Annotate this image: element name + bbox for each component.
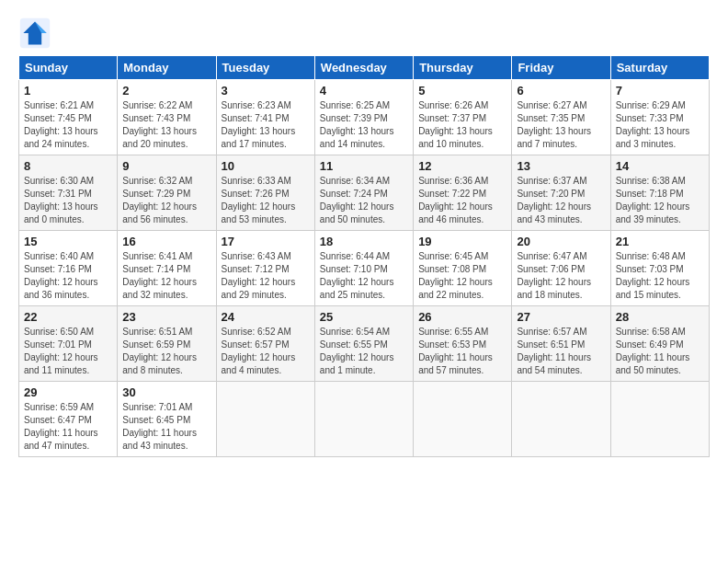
calendar-cell (216, 382, 314, 457)
day-number: 21 (616, 235, 704, 248)
calendar-cell: 3Sunrise: 6:23 AMSunset: 7:41 PMDaylight… (216, 80, 314, 155)
calendar-cell: 26Sunrise: 6:55 AMSunset: 6:53 PMDayligh… (414, 306, 512, 382)
cell-info: Sunrise: 6:55 AMSunset: 6:53 PMDaylight:… (418, 326, 506, 377)
day-number: 6 (517, 84, 605, 98)
cell-info: Sunrise: 6:38 AMSunset: 7:18 PMDaylight:… (616, 175, 704, 226)
calendar-cell: 22Sunrise: 6:50 AMSunset: 7:01 PMDayligh… (19, 306, 118, 382)
cell-info: Sunrise: 6:32 AMSunset: 7:29 PMDaylight:… (122, 175, 210, 226)
calendar-cell: 16Sunrise: 6:41 AMSunset: 7:14 PMDayligh… (118, 231, 216, 306)
weekday-wednesday: Wednesday (314, 56, 413, 80)
logo-icon (18, 17, 51, 50)
cell-info: Sunrise: 6:59 AMSunset: 6:47 PMDaylight:… (24, 401, 112, 453)
calendar-cell (512, 382, 610, 457)
day-number: 17 (222, 235, 310, 248)
header (18, 17, 710, 50)
calendar-cell: 23Sunrise: 6:51 AMSunset: 6:59 PMDayligh… (118, 306, 216, 382)
calendar: SundayMondayTuesdayWednesdayThursdayFrid… (18, 55, 710, 457)
day-number: 19 (418, 235, 506, 248)
cell-info: Sunrise: 6:21 AMSunset: 7:45 PMDaylight:… (24, 99, 112, 151)
calendar-cell: 5Sunrise: 6:26 AMSunset: 7:37 PMDaylight… (414, 80, 512, 155)
day-number: 22 (24, 310, 112, 324)
cell-info: Sunrise: 6:43 AMSunset: 7:12 PMDaylight:… (222, 250, 310, 302)
day-number: 26 (418, 310, 506, 324)
cell-info: Sunrise: 6:48 AMSunset: 7:03 PMDaylight:… (616, 250, 704, 302)
cell-info: Sunrise: 6:54 AMSunset: 6:55 PMDaylight:… (320, 326, 408, 377)
calendar-cell: 15Sunrise: 6:40 AMSunset: 7:16 PMDayligh… (19, 231, 118, 306)
calendar-cell: 9Sunrise: 6:32 AMSunset: 7:29 PMDaylight… (118, 155, 216, 231)
cell-info: Sunrise: 6:47 AMSunset: 7:06 PMDaylight:… (517, 250, 605, 302)
cell-info: Sunrise: 6:45 AMSunset: 7:08 PMDaylight:… (418, 250, 506, 302)
calendar-week-3: 15Sunrise: 6:40 AMSunset: 7:16 PMDayligh… (19, 231, 710, 306)
day-number: 11 (320, 159, 408, 173)
cell-info: Sunrise: 6:41 AMSunset: 7:14 PMDaylight:… (122, 250, 210, 302)
calendar-week-4: 22Sunrise: 6:50 AMSunset: 7:01 PMDayligh… (19, 306, 710, 382)
calendar-cell: 21Sunrise: 6:48 AMSunset: 7:03 PMDayligh… (610, 231, 709, 306)
day-number: 28 (616, 310, 704, 324)
day-number: 4 (320, 84, 408, 98)
cell-info: Sunrise: 6:25 AMSunset: 7:39 PMDaylight:… (320, 99, 408, 151)
cell-info: Sunrise: 6:23 AMSunset: 7:41 PMDaylight:… (222, 99, 310, 151)
day-number: 29 (24, 385, 112, 399)
calendar-cell: 27Sunrise: 6:57 AMSunset: 6:51 PMDayligh… (512, 306, 610, 382)
calendar-week-1: 1Sunrise: 6:21 AMSunset: 7:45 PMDaylight… (19, 80, 710, 155)
cell-info: Sunrise: 6:58 AMSunset: 6:49 PMDaylight:… (616, 326, 704, 377)
calendar-cell: 24Sunrise: 6:52 AMSunset: 6:57 PMDayligh… (216, 306, 314, 382)
cell-info: Sunrise: 6:26 AMSunset: 7:37 PMDaylight:… (418, 99, 506, 151)
day-number: 2 (122, 84, 210, 98)
day-number: 9 (122, 159, 210, 173)
day-number: 12 (418, 159, 506, 173)
calendar-cell: 25Sunrise: 6:54 AMSunset: 6:55 PMDayligh… (314, 306, 413, 382)
calendar-cell: 8Sunrise: 6:30 AMSunset: 7:31 PMDaylight… (19, 155, 118, 231)
cell-info: Sunrise: 6:36 AMSunset: 7:22 PMDaylight:… (418, 175, 506, 226)
day-number: 13 (517, 159, 605, 173)
day-number: 25 (320, 310, 408, 324)
logo (18, 17, 57, 50)
weekday-tuesday: Tuesday (216, 56, 314, 80)
weekday-thursday: Thursday (414, 56, 512, 80)
calendar-cell: 18Sunrise: 6:44 AMSunset: 7:10 PMDayligh… (314, 231, 413, 306)
day-number: 14 (616, 159, 704, 173)
cell-info: Sunrise: 6:50 AMSunset: 7:01 PMDaylight:… (24, 326, 112, 377)
cell-info: Sunrise: 6:22 AMSunset: 7:43 PMDaylight:… (122, 99, 210, 151)
day-number: 1 (24, 84, 112, 98)
calendar-week-2: 8Sunrise: 6:30 AMSunset: 7:31 PMDaylight… (19, 155, 710, 231)
day-number: 27 (517, 310, 605, 324)
weekday-monday: Monday (118, 56, 216, 80)
day-number: 20 (517, 235, 605, 248)
cell-info: Sunrise: 6:33 AMSunset: 7:26 PMDaylight:… (222, 175, 310, 226)
calendar-body: 1Sunrise: 6:21 AMSunset: 7:45 PMDaylight… (19, 80, 710, 457)
day-number: 30 (122, 385, 210, 399)
day-number: 5 (418, 84, 506, 98)
calendar-week-5: 29Sunrise: 6:59 AMSunset: 6:47 PMDayligh… (19, 382, 710, 457)
day-number: 23 (122, 310, 210, 324)
day-number: 16 (122, 235, 210, 248)
weekday-friday: Friday (512, 56, 610, 80)
cell-info: Sunrise: 6:52 AMSunset: 6:57 PMDaylight:… (222, 326, 310, 377)
calendar-cell: 7Sunrise: 6:29 AMSunset: 7:33 PMDaylight… (610, 80, 709, 155)
cell-info: Sunrise: 6:30 AMSunset: 7:31 PMDaylight:… (24, 175, 112, 226)
weekday-header: SundayMondayTuesdayWednesdayThursdayFrid… (19, 56, 710, 80)
calendar-cell: 13Sunrise: 6:37 AMSunset: 7:20 PMDayligh… (512, 155, 610, 231)
day-number: 3 (222, 84, 310, 98)
page: SundayMondayTuesdayWednesdayThursdayFrid… (0, 0, 728, 563)
calendar-cell (314, 382, 413, 457)
calendar-cell: 19Sunrise: 6:45 AMSunset: 7:08 PMDayligh… (414, 231, 512, 306)
cell-info: Sunrise: 6:44 AMSunset: 7:10 PMDaylight:… (320, 250, 408, 302)
cell-info: Sunrise: 6:29 AMSunset: 7:33 PMDaylight:… (616, 99, 704, 151)
cell-info: Sunrise: 6:34 AMSunset: 7:24 PMDaylight:… (320, 175, 408, 226)
calendar-cell: 12Sunrise: 6:36 AMSunset: 7:22 PMDayligh… (414, 155, 512, 231)
day-number: 24 (222, 310, 310, 324)
calendar-cell: 29Sunrise: 6:59 AMSunset: 6:47 PMDayligh… (19, 382, 118, 457)
calendar-cell: 20Sunrise: 6:47 AMSunset: 7:06 PMDayligh… (512, 231, 610, 306)
calendar-cell: 28Sunrise: 6:58 AMSunset: 6:49 PMDayligh… (610, 306, 709, 382)
calendar-cell: 11Sunrise: 6:34 AMSunset: 7:24 PMDayligh… (314, 155, 413, 231)
cell-info: Sunrise: 6:27 AMSunset: 7:35 PMDaylight:… (517, 99, 605, 151)
weekday-saturday: Saturday (610, 56, 709, 80)
calendar-cell: 1Sunrise: 6:21 AMSunset: 7:45 PMDaylight… (19, 80, 118, 155)
day-number: 10 (222, 159, 310, 173)
calendar-cell: 30Sunrise: 7:01 AMSunset: 6:45 PMDayligh… (118, 382, 216, 457)
cell-info: Sunrise: 6:51 AMSunset: 6:59 PMDaylight:… (122, 326, 210, 377)
calendar-cell (610, 382, 709, 457)
calendar-cell: 6Sunrise: 6:27 AMSunset: 7:35 PMDaylight… (512, 80, 610, 155)
cell-info: Sunrise: 6:57 AMSunset: 6:51 PMDaylight:… (517, 326, 605, 377)
